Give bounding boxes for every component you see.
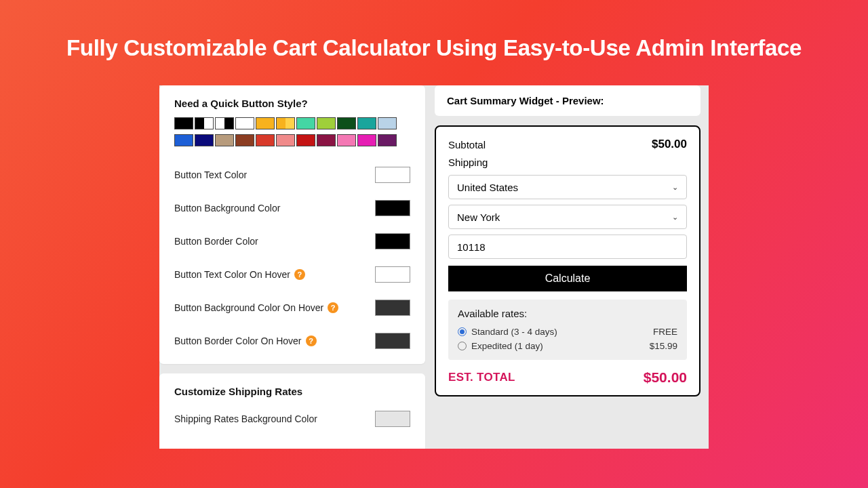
country-select[interactable]: United States ⌄: [448, 175, 687, 199]
color-swatch[interactable]: [357, 134, 376, 146]
quick-styles-panel: Need a Quick Button Style? Button Text C…: [159, 85, 425, 364]
swatch-row-2: [174, 134, 410, 146]
rate-name: Expedited (1 day): [471, 341, 543, 351]
color-swatch[interactable]: [296, 117, 315, 129]
color-swatch[interactable]: [317, 117, 336, 129]
rates-box: Available rates: Standard (3 - 4 days)FR…: [448, 300, 687, 360]
quick-styles-heading: Need a Quick Button Style?: [174, 98, 410, 109]
color-picker[interactable]: [375, 333, 410, 349]
color-swatch[interactable]: [174, 134, 193, 146]
shipping-label: Shipping: [448, 157, 687, 168]
est-total-label: EST. TOTAL: [448, 371, 515, 384]
color-swatch[interactable]: [378, 134, 397, 146]
preview-header: Cart Summary Widget - Preview:: [435, 85, 701, 116]
help-icon[interactable]: ?: [294, 269, 305, 280]
postal-value: 10118: [457, 241, 486, 253]
rate-option[interactable]: Expedited (1 day)$15.99: [458, 339, 677, 353]
shipping-rates-panel: Customize Shipping Rates Shipping Rates …: [159, 373, 425, 449]
preview-card: Subtotal $50.00 Shipping United States ⌄…: [435, 125, 701, 396]
color-swatch[interactable]: [378, 117, 397, 129]
shipping-rates-heading: Customize Shipping Rates: [174, 386, 410, 397]
color-picker[interactable]: [375, 200, 410, 216]
workspace: Need a Quick Button Style? Button Text C…: [159, 85, 709, 449]
color-swatch[interactable]: [256, 134, 275, 146]
color-field-label: Button Text Color On Hover?: [174, 269, 305, 280]
color-swatch[interactable]: [276, 117, 295, 129]
page-title: Fully Customizable Cart Calculator Using…: [0, 0, 868, 61]
rate-price: FREE: [653, 327, 677, 337]
color-field-label: Button Border Color: [174, 236, 258, 247]
color-picker[interactable]: [375, 300, 410, 316]
color-swatch[interactable]: [195, 117, 214, 129]
shipping-bg-label: Shipping Rates Background Color: [174, 413, 317, 424]
rate-price: $15.99: [650, 341, 677, 351]
shipping-bg-swatch[interactable]: [375, 411, 410, 427]
color-field-label: Button Background Color On Hover?: [174, 302, 338, 313]
color-field-label: Button Background Color: [174, 203, 280, 214]
color-swatch[interactable]: [174, 117, 193, 129]
color-swatch[interactable]: [357, 117, 376, 129]
color-picker[interactable]: [375, 233, 410, 249]
color-swatch[interactable]: [235, 117, 254, 129]
color-swatch[interactable]: [215, 134, 234, 146]
color-picker[interactable]: [375, 167, 410, 183]
subtotal-label: Subtotal: [448, 139, 486, 150]
color-field-label: Button Border Color On Hover?: [174, 336, 317, 346]
color-field-label: Button Text Color: [174, 169, 247, 180]
color-picker[interactable]: [375, 266, 410, 283]
calculate-button[interactable]: Calculate: [448, 266, 687, 291]
color-swatch[interactable]: [276, 134, 295, 146]
rate-name: Standard (3 - 4 days): [471, 327, 557, 337]
region-select[interactable]: New York ⌄: [448, 205, 687, 229]
color-swatch[interactable]: [235, 134, 254, 146]
country-value: United States: [457, 182, 518, 193]
subtotal-value: $50.00: [652, 138, 687, 151]
rate-option[interactable]: Standard (3 - 4 days)FREE: [458, 325, 677, 339]
color-swatch[interactable]: [337, 134, 356, 146]
color-swatch[interactable]: [195, 134, 214, 146]
color-swatch[interactable]: [296, 134, 315, 146]
color-swatch[interactable]: [256, 117, 275, 129]
help-icon[interactable]: ?: [306, 336, 317, 346]
help-icon[interactable]: ?: [328, 302, 338, 313]
swatch-row-1: [174, 117, 410, 129]
radio-icon: [458, 342, 467, 350]
radio-icon: [458, 327, 467, 336]
region-value: New York: [457, 211, 500, 223]
est-total-value: $50.00: [644, 369, 687, 386]
color-swatch[interactable]: [215, 117, 234, 129]
chevron-down-icon: ⌄: [672, 213, 678, 222]
postal-input[interactable]: 10118: [448, 235, 687, 259]
color-swatch[interactable]: [317, 134, 336, 146]
rates-title: Available rates:: [458, 308, 677, 319]
color-swatch[interactable]: [337, 117, 356, 129]
chevron-down-icon: ⌄: [672, 183, 678, 192]
